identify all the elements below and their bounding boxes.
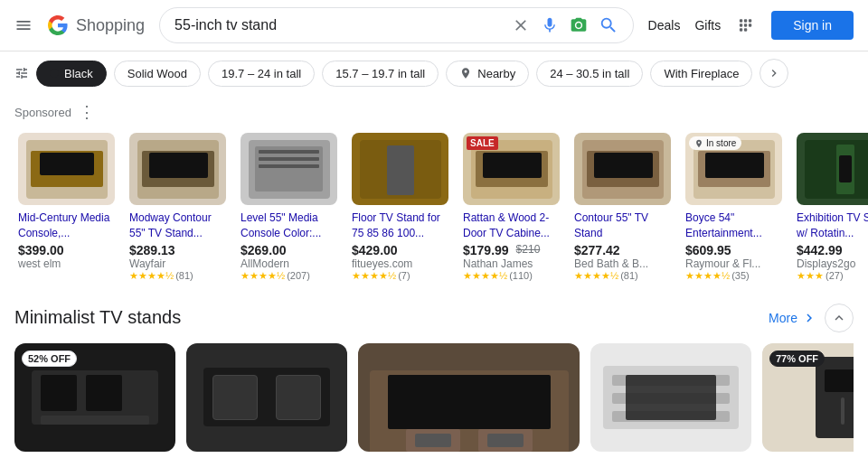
product-price: $609.95 xyxy=(685,243,782,257)
product-card[interactable]: Modway Contour 55" TV Stand... $289.13 W… xyxy=(126,129,230,285)
deals-link[interactable]: Deals xyxy=(648,18,681,33)
sponsored-more-options[interactable]: ⋮ xyxy=(79,102,95,122)
location-icon xyxy=(459,67,472,79)
product-stars: ★★★★½ (207) xyxy=(241,270,337,282)
filter-settings-icon[interactable] xyxy=(14,66,29,80)
filter-15-19-label: 15.7 – 19.7 in tall xyxy=(335,67,425,80)
filter-19-24-label: 19.7 – 24 in tall xyxy=(222,67,301,80)
product-title: Rattan & Wood 2-Door TV Cabine... xyxy=(463,210,560,241)
product-store: AllModern xyxy=(241,257,337,270)
search-input[interactable] xyxy=(175,17,505,33)
filter-24-30-tall[interactable]: 24 – 30.5 in tall xyxy=(536,61,643,87)
hamburger-menu[interactable] xyxy=(14,16,33,34)
chevron-up-icon xyxy=(831,310,847,326)
section-title: Minimalist TV stands xyxy=(14,307,181,328)
product-store: Nathan James xyxy=(463,257,560,270)
clear-icon[interactable] xyxy=(512,16,530,34)
google-logo[interactable]: Shopping xyxy=(47,14,145,36)
filter-15-19-tall[interactable]: 15.7 – 19.7 in tall xyxy=(322,61,439,87)
gifts-link[interactable]: Gifts xyxy=(694,18,721,33)
product-store: Displays2go xyxy=(797,257,868,270)
minimalist-card[interactable] xyxy=(186,343,347,452)
apps-icon[interactable] xyxy=(735,14,757,36)
product-price: $442.99 xyxy=(797,243,868,257)
sponsored-header: Sponsored ⋮ xyxy=(14,102,854,122)
product-card[interactable]: Contour 55" TV Stand $277.42 Bed Bath & … xyxy=(571,129,675,285)
search-icons xyxy=(512,15,618,35)
discount-badge: 77% OFF xyxy=(769,351,825,367)
mic-icon[interactable] xyxy=(541,16,559,34)
product-price: $399.00 xyxy=(18,243,115,257)
filter-fireplace-label: With Fireplace xyxy=(664,67,739,80)
product-image xyxy=(26,140,108,199)
minimalist-card[interactable] xyxy=(358,343,580,452)
filter-with-fireplace[interactable]: With Fireplace xyxy=(650,61,752,87)
product-store: west elm xyxy=(18,257,115,270)
product-store: Bed Bath & B... xyxy=(574,257,671,270)
minimalist-card[interactable]: 52% OFF xyxy=(14,343,175,452)
more-label: More xyxy=(769,311,797,325)
product-card[interactable]: Mid-Century Media Console,... $399.00 we… xyxy=(14,129,118,274)
collapse-button[interactable] xyxy=(825,304,854,332)
product-price: $179.99 xyxy=(463,243,509,257)
discount-badge: 52% OFF xyxy=(22,351,77,367)
minimalist-cards: 52% OFF xyxy=(14,343,854,452)
product-price: $277.42 xyxy=(574,243,671,257)
filter-nearby-label: Nearby xyxy=(477,67,515,80)
header: Shopping Deals Gifts Sign in xyxy=(0,0,868,51)
product-stars: ★★★★½ (7) xyxy=(352,270,448,282)
product-card[interactable]: Exhibition TV Stand w/ Rotatin... $442.9… xyxy=(793,129,868,285)
product-image xyxy=(360,140,441,199)
product-title: Modway Contour 55" TV Stand... xyxy=(129,210,226,241)
sponsored-label: Sponsored xyxy=(14,106,71,119)
product-store: fitueyes.com xyxy=(352,257,448,270)
minimalist-section-header: Minimalist TV stands More xyxy=(14,304,854,332)
product-title: Contour 55" TV Stand xyxy=(574,210,671,241)
product-card[interactable]: SALE Rattan & Wood 2-Door TV Cabine... $… xyxy=(459,129,563,285)
sign-in-button[interactable]: Sign in xyxy=(771,11,854,40)
product-stars: ★★★★½ (81) xyxy=(129,270,226,282)
product-store: Wayfair xyxy=(129,257,226,270)
product-image xyxy=(137,140,219,199)
filters-next-button[interactable] xyxy=(760,59,788,88)
product-card[interactable]: Floor TV Stand for 75 85 86 100... $429.… xyxy=(348,129,452,285)
filter-solid-wood[interactable]: Solid Wood xyxy=(114,61,201,87)
filters-bar: Black Solid Wood 19.7 – 24 in tall 15.7 … xyxy=(0,51,868,95)
product-price-original: $210 xyxy=(516,243,541,256)
product-card[interactable]: Level 55" Media Console Color:... $269.0… xyxy=(237,129,341,285)
search-icon[interactable] xyxy=(599,15,618,35)
sponsored-products-row: Mid-Century Media Console,... $399.00 we… xyxy=(14,129,854,285)
product-card[interactable]: In store Boyce 54" Entertainment... $609… xyxy=(682,129,786,285)
filter-nearby[interactable]: Nearby xyxy=(446,61,529,87)
product-stars: ★★★ (27) xyxy=(797,270,868,282)
product-image xyxy=(249,140,330,199)
product-stars: ★★★★½ (110) xyxy=(463,270,560,282)
sponsored-section: Sponsored ⋮ Mid-Century Media Console,..… xyxy=(0,95,868,293)
product-store: Raymour & Fl... xyxy=(685,257,782,270)
product-title: Mid-Century Media Console,... xyxy=(18,210,115,241)
product-price: $429.00 xyxy=(352,243,448,257)
camera-icon[interactable] xyxy=(570,16,588,34)
minimalist-card[interactable]: 77% OFF xyxy=(762,343,854,452)
product-image xyxy=(805,140,869,199)
sale-badge: SALE xyxy=(467,136,498,150)
section-actions: More xyxy=(769,304,854,332)
minimalist-card[interactable] xyxy=(590,343,751,452)
product-title: Exhibition TV Stand w/ Rotatin... xyxy=(797,210,868,241)
black-color-dot xyxy=(50,69,59,78)
filter-black-label: Black xyxy=(64,67,93,80)
product-image xyxy=(582,140,664,199)
product-title: Boyce 54" Entertainment... xyxy=(685,210,782,241)
filter-19-24-tall[interactable]: 19.7 – 24 in tall xyxy=(208,61,315,87)
header-right: Deals Gifts Sign in xyxy=(648,11,854,40)
product-stars: ★★★★½ (81) xyxy=(574,270,671,282)
minimalist-section: Minimalist TV stands More 52% OFF xyxy=(0,293,868,458)
product-price: $269.00 xyxy=(241,243,337,257)
shopping-label: Shopping xyxy=(76,16,145,35)
product-price: $289.13 xyxy=(129,243,175,257)
product-stars: ★★★★½ (35) xyxy=(685,270,782,282)
more-button[interactable]: More xyxy=(769,310,817,326)
in-store-badge: In store xyxy=(689,136,741,150)
filter-black[interactable]: Black xyxy=(36,61,107,87)
search-bar xyxy=(159,7,634,43)
